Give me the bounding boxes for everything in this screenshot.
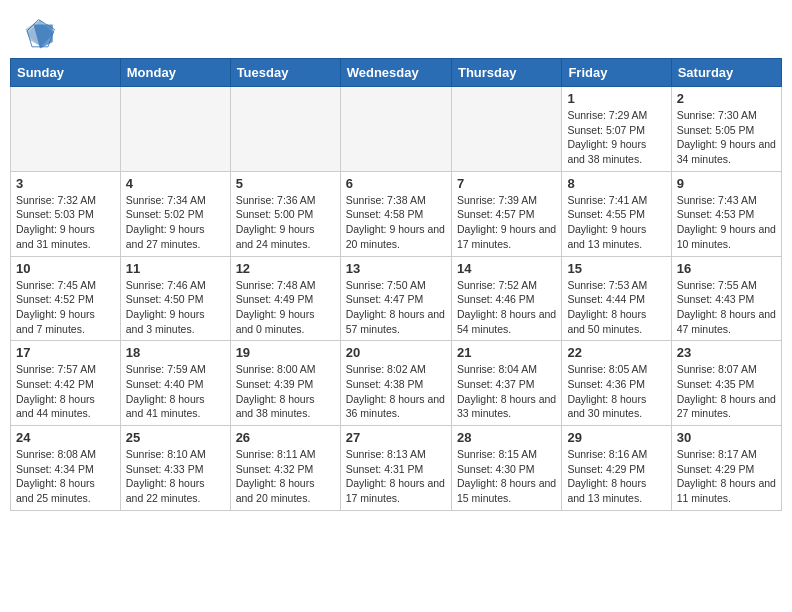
day-number: 10: [16, 261, 115, 276]
calendar-cell: 10Sunrise: 7:45 AMSunset: 4:52 PMDayligh…: [11, 256, 121, 341]
day-info: Sunrise: 7:57 AMSunset: 4:42 PMDaylight:…: [16, 362, 115, 421]
logo: [24, 18, 60, 50]
day-info: Sunrise: 7:41 AMSunset: 4:55 PMDaylight:…: [567, 193, 665, 252]
calendar-cell: 15Sunrise: 7:53 AMSunset: 4:44 PMDayligh…: [562, 256, 671, 341]
day-number: 18: [126, 345, 225, 360]
calendar-cell: [451, 87, 561, 172]
weekday-header-saturday: Saturday: [671, 59, 781, 87]
day-info: Sunrise: 8:17 AMSunset: 4:29 PMDaylight:…: [677, 447, 776, 506]
weekday-header-thursday: Thursday: [451, 59, 561, 87]
day-number: 13: [346, 261, 446, 276]
calendar-cell: 16Sunrise: 7:55 AMSunset: 4:43 PMDayligh…: [671, 256, 781, 341]
calendar-cell: 7Sunrise: 7:39 AMSunset: 4:57 PMDaylight…: [451, 171, 561, 256]
calendar-cell: 20Sunrise: 8:02 AMSunset: 4:38 PMDayligh…: [340, 341, 451, 426]
calendar-cell: [230, 87, 340, 172]
day-number: 19: [236, 345, 335, 360]
day-number: 28: [457, 430, 556, 445]
day-info: Sunrise: 8:15 AMSunset: 4:30 PMDaylight:…: [457, 447, 556, 506]
day-number: 23: [677, 345, 776, 360]
calendar-cell: 1Sunrise: 7:29 AMSunset: 5:07 PMDaylight…: [562, 87, 671, 172]
day-number: 26: [236, 430, 335, 445]
day-number: 17: [16, 345, 115, 360]
calendar-cell: [11, 87, 121, 172]
calendar-cell: 19Sunrise: 8:00 AMSunset: 4:39 PMDayligh…: [230, 341, 340, 426]
day-number: 29: [567, 430, 665, 445]
day-number: 15: [567, 261, 665, 276]
day-info: Sunrise: 7:38 AMSunset: 4:58 PMDaylight:…: [346, 193, 446, 252]
day-info: Sunrise: 8:04 AMSunset: 4:37 PMDaylight:…: [457, 362, 556, 421]
day-number: 8: [567, 176, 665, 191]
day-number: 11: [126, 261, 225, 276]
day-info: Sunrise: 7:32 AMSunset: 5:03 PMDaylight:…: [16, 193, 115, 252]
calendar-cell: 11Sunrise: 7:46 AMSunset: 4:50 PMDayligh…: [120, 256, 230, 341]
calendar-cell: 29Sunrise: 8:16 AMSunset: 4:29 PMDayligh…: [562, 426, 671, 511]
day-info: Sunrise: 7:50 AMSunset: 4:47 PMDaylight:…: [346, 278, 446, 337]
page-header: [0, 0, 792, 58]
calendar-cell: 13Sunrise: 7:50 AMSunset: 4:47 PMDayligh…: [340, 256, 451, 341]
calendar-cell: 25Sunrise: 8:10 AMSunset: 4:33 PMDayligh…: [120, 426, 230, 511]
day-number: 25: [126, 430, 225, 445]
calendar-cell: 23Sunrise: 8:07 AMSunset: 4:35 PMDayligh…: [671, 341, 781, 426]
day-number: 12: [236, 261, 335, 276]
weekday-header-monday: Monday: [120, 59, 230, 87]
calendar-cell: 12Sunrise: 7:48 AMSunset: 4:49 PMDayligh…: [230, 256, 340, 341]
day-info: Sunrise: 7:39 AMSunset: 4:57 PMDaylight:…: [457, 193, 556, 252]
day-info: Sunrise: 8:13 AMSunset: 4:31 PMDaylight:…: [346, 447, 446, 506]
calendar-cell: 28Sunrise: 8:15 AMSunset: 4:30 PMDayligh…: [451, 426, 561, 511]
weekday-header-wednesday: Wednesday: [340, 59, 451, 87]
calendar-week-4: 17Sunrise: 7:57 AMSunset: 4:42 PMDayligh…: [11, 341, 782, 426]
calendar-cell: 27Sunrise: 8:13 AMSunset: 4:31 PMDayligh…: [340, 426, 451, 511]
day-info: Sunrise: 7:45 AMSunset: 4:52 PMDaylight:…: [16, 278, 115, 337]
day-number: 3: [16, 176, 115, 191]
calendar-cell: [120, 87, 230, 172]
calendar-body: 1Sunrise: 7:29 AMSunset: 5:07 PMDaylight…: [11, 87, 782, 511]
day-number: 30: [677, 430, 776, 445]
calendar-cell: 24Sunrise: 8:08 AMSunset: 4:34 PMDayligh…: [11, 426, 121, 511]
day-info: Sunrise: 7:34 AMSunset: 5:02 PMDaylight:…: [126, 193, 225, 252]
weekday-header-row: SundayMondayTuesdayWednesdayThursdayFrid…: [11, 59, 782, 87]
calendar-table: SundayMondayTuesdayWednesdayThursdayFrid…: [10, 58, 782, 511]
day-number: 6: [346, 176, 446, 191]
day-number: 9: [677, 176, 776, 191]
day-info: Sunrise: 7:43 AMSunset: 4:53 PMDaylight:…: [677, 193, 776, 252]
calendar-cell: 22Sunrise: 8:05 AMSunset: 4:36 PMDayligh…: [562, 341, 671, 426]
day-info: Sunrise: 7:53 AMSunset: 4:44 PMDaylight:…: [567, 278, 665, 337]
calendar-cell: 9Sunrise: 7:43 AMSunset: 4:53 PMDaylight…: [671, 171, 781, 256]
day-number: 21: [457, 345, 556, 360]
calendar-cell: 5Sunrise: 7:36 AMSunset: 5:00 PMDaylight…: [230, 171, 340, 256]
calendar-cell: 21Sunrise: 8:04 AMSunset: 4:37 PMDayligh…: [451, 341, 561, 426]
day-info: Sunrise: 8:00 AMSunset: 4:39 PMDaylight:…: [236, 362, 335, 421]
day-number: 4: [126, 176, 225, 191]
day-info: Sunrise: 7:36 AMSunset: 5:00 PMDaylight:…: [236, 193, 335, 252]
day-number: 1: [567, 91, 665, 106]
day-info: Sunrise: 8:10 AMSunset: 4:33 PMDaylight:…: [126, 447, 225, 506]
calendar-cell: 26Sunrise: 8:11 AMSunset: 4:32 PMDayligh…: [230, 426, 340, 511]
day-number: 16: [677, 261, 776, 276]
day-info: Sunrise: 7:59 AMSunset: 4:40 PMDaylight:…: [126, 362, 225, 421]
weekday-header-tuesday: Tuesday: [230, 59, 340, 87]
calendar-cell: [340, 87, 451, 172]
calendar-cell: 6Sunrise: 7:38 AMSunset: 4:58 PMDaylight…: [340, 171, 451, 256]
day-number: 24: [16, 430, 115, 445]
day-info: Sunrise: 7:29 AMSunset: 5:07 PMDaylight:…: [567, 108, 665, 167]
day-number: 2: [677, 91, 776, 106]
day-info: Sunrise: 7:55 AMSunset: 4:43 PMDaylight:…: [677, 278, 776, 337]
calendar-cell: 18Sunrise: 7:59 AMSunset: 4:40 PMDayligh…: [120, 341, 230, 426]
day-number: 27: [346, 430, 446, 445]
day-info: Sunrise: 8:16 AMSunset: 4:29 PMDaylight:…: [567, 447, 665, 506]
calendar-cell: 30Sunrise: 8:17 AMSunset: 4:29 PMDayligh…: [671, 426, 781, 511]
day-number: 7: [457, 176, 556, 191]
calendar-week-1: 1Sunrise: 7:29 AMSunset: 5:07 PMDaylight…: [11, 87, 782, 172]
calendar-cell: 14Sunrise: 7:52 AMSunset: 4:46 PMDayligh…: [451, 256, 561, 341]
day-info: Sunrise: 7:52 AMSunset: 4:46 PMDaylight:…: [457, 278, 556, 337]
day-info: Sunrise: 8:08 AMSunset: 4:34 PMDaylight:…: [16, 447, 115, 506]
weekday-header-friday: Friday: [562, 59, 671, 87]
day-info: Sunrise: 8:02 AMSunset: 4:38 PMDaylight:…: [346, 362, 446, 421]
weekday-header-sunday: Sunday: [11, 59, 121, 87]
logo-icon: [24, 18, 56, 50]
day-info: Sunrise: 7:30 AMSunset: 5:05 PMDaylight:…: [677, 108, 776, 167]
day-number: 5: [236, 176, 335, 191]
day-info: Sunrise: 7:48 AMSunset: 4:49 PMDaylight:…: [236, 278, 335, 337]
day-info: Sunrise: 7:46 AMSunset: 4:50 PMDaylight:…: [126, 278, 225, 337]
calendar-cell: 2Sunrise: 7:30 AMSunset: 5:05 PMDaylight…: [671, 87, 781, 172]
